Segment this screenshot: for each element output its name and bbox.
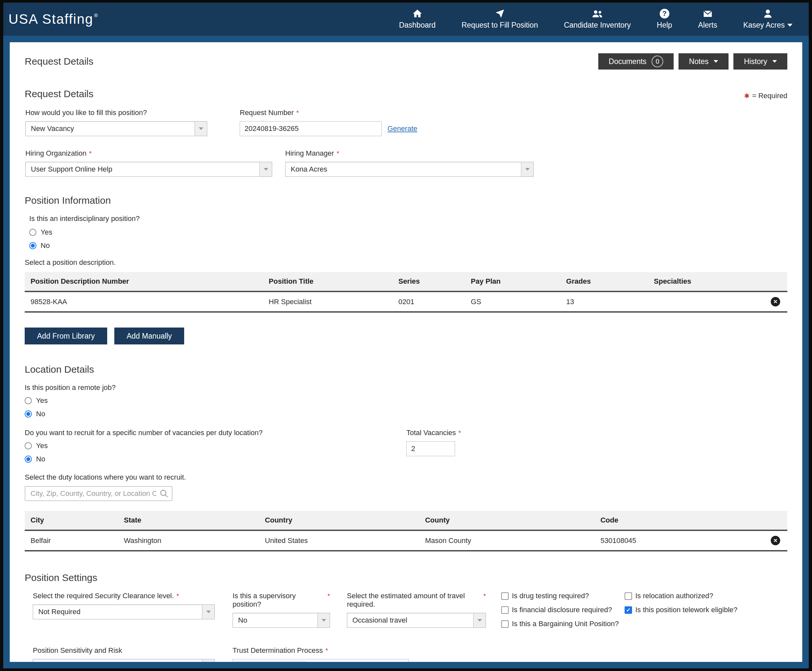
required-asterisk-icon: * xyxy=(296,109,299,117)
remove-row-icon[interactable]: ✕ xyxy=(771,297,780,307)
checkbox-unchecked-icon[interactable] xyxy=(501,593,509,600)
required-asterisk-icon: * xyxy=(328,593,330,600)
remove-row-icon[interactable]: ✕ xyxy=(771,536,780,545)
envelope-icon xyxy=(703,9,713,19)
fill-position-select[interactable]: New Vacancy xyxy=(25,121,207,136)
screen: USA Staffing ® Dashboard Request to Fill… xyxy=(0,0,812,671)
fill-position-label: How would you like to fill this position… xyxy=(25,109,207,117)
nav-dashboard[interactable]: Dashboard xyxy=(386,9,448,30)
checkbox-checked-icon[interactable]: ✓ xyxy=(625,606,632,614)
dropdown-arrow-icon xyxy=(260,162,272,176)
radio-unselected-icon[interactable] xyxy=(25,442,32,450)
financial-disclosure-checkbox[interactable]: Is financial disclosure required? xyxy=(501,606,625,614)
select-pd-label: Select a position description. xyxy=(25,258,787,267)
page-content: Request Details Documents 0 Notes Histor… xyxy=(10,42,802,662)
position-settings-heading: Position Settings xyxy=(25,572,787,583)
nav-label: Request to Fill Position xyxy=(462,21,538,30)
notes-button[interactable]: Notes xyxy=(678,53,729,70)
nav-label: Dashboard xyxy=(399,21,436,30)
hiring-manager-select[interactable]: Kona Acres xyxy=(285,162,533,177)
checkbox-label: Is financial disclosure required? xyxy=(512,606,612,614)
nav-help[interactable]: ? Help xyxy=(644,9,685,30)
trust-determination-multiselect[interactable]: ✕ Suitability/Fitness xyxy=(233,659,409,662)
travel-select[interactable]: Occasional travel xyxy=(347,613,486,628)
hiring-manager-value: Kona Acres xyxy=(285,165,328,174)
radio-selected-icon[interactable] xyxy=(29,242,36,249)
security-clearance-select[interactable]: Not Required xyxy=(33,605,215,619)
chevron-down-icon xyxy=(713,60,718,63)
documents-button[interactable]: Documents 0 xyxy=(598,53,674,70)
paper-plane-icon xyxy=(495,9,505,19)
nav-candidate-inventory[interactable]: Candidate Inventory xyxy=(551,9,644,30)
sensitivity-risk-select[interactable]: Noncritical-Sensitive (NCS)/Moderate Ris… xyxy=(33,659,215,662)
duty-location-search-input[interactable] xyxy=(25,486,172,501)
nav-alerts[interactable]: Alerts xyxy=(685,9,730,30)
bargaining-unit-checkbox[interactable]: Is this a Bargaining Unit Position? xyxy=(501,620,625,628)
vacancies-per-location-question: Do you want to recruit for a specific nu… xyxy=(25,429,406,437)
request-number-input[interactable] xyxy=(240,121,382,136)
chevron-down-icon xyxy=(772,60,777,63)
grades-cell: 13 xyxy=(566,291,654,312)
dropdown-arrow-icon xyxy=(317,613,330,627)
drug-testing-checkbox[interactable]: Is drug testing required? xyxy=(501,592,625,600)
vacancies-no-option[interactable]: No xyxy=(25,455,406,463)
code-cell: 530108045 xyxy=(601,530,768,551)
generate-link[interactable]: Generate xyxy=(387,124,417,133)
relocation-authorized-checkbox[interactable]: Is relocation authorized? xyxy=(625,592,737,600)
supervisory-label: Is this a supervisory position? * xyxy=(233,592,330,609)
trust-tag: ✕ Suitability/Fitness xyxy=(234,661,305,662)
add-from-library-button[interactable]: Add From Library xyxy=(25,327,107,344)
required-legend-text: = Required xyxy=(752,92,787,100)
history-button[interactable]: History xyxy=(734,53,787,70)
users-icon xyxy=(591,9,603,19)
radio-label: Yes xyxy=(41,228,52,237)
interdisciplinary-no-option[interactable]: No xyxy=(29,242,787,250)
hiring-organization-select[interactable]: User Support Online Help xyxy=(25,162,272,177)
checkbox-label: Is drug testing required? xyxy=(512,592,589,600)
vacancies-yes-option[interactable]: Yes xyxy=(25,441,406,450)
total-vacancies-input[interactable] xyxy=(406,441,455,456)
nav-items: Dashboard Request to Fill Position Candi… xyxy=(386,9,793,30)
column-header: Pay Plan xyxy=(471,272,566,291)
top-navbar: USA Staffing ® Dashboard Request to Fill… xyxy=(3,3,809,36)
supervisory-select[interactable]: No xyxy=(233,613,330,628)
position-information-heading: Position Information xyxy=(25,195,787,206)
radio-unselected-icon[interactable] xyxy=(25,397,32,404)
radio-label: No xyxy=(36,410,45,418)
nav-request-to-fill-position[interactable]: Request to Fill Position xyxy=(448,9,551,30)
telework-eligible-checkbox[interactable]: ✓ Is this position telework eligible? xyxy=(625,606,737,614)
city-cell: Belfair xyxy=(25,530,124,551)
add-manually-button[interactable]: Add Manually xyxy=(114,327,184,344)
dropdown-arrow-icon xyxy=(202,659,214,662)
remote-yes-option[interactable]: Yes xyxy=(25,397,787,405)
interdisciplinary-yes-option[interactable]: Yes xyxy=(29,228,787,237)
column-header: Series xyxy=(399,272,471,291)
duty-location-search xyxy=(25,486,172,501)
column-header: Code xyxy=(601,511,768,530)
search-icon xyxy=(160,489,168,499)
fill-position-value: New Vacancy xyxy=(25,124,74,133)
brand-logo[interactable]: USA Staffing ® xyxy=(8,11,99,27)
column-header: Position Description Number xyxy=(25,272,268,291)
required-asterisk-icon: * xyxy=(177,593,179,600)
checkbox-unchecked-icon[interactable] xyxy=(501,606,509,614)
nav-user-menu[interactable]: Kasey Acres xyxy=(730,9,793,30)
column-header: County xyxy=(425,511,601,530)
country-cell: United States xyxy=(265,530,425,551)
duty-locations-table: City State Country County Code Belfair W… xyxy=(25,511,787,552)
travel-value: Occasional travel xyxy=(347,616,407,625)
hiring-manager-label: Hiring Manager * xyxy=(285,149,533,158)
dropdown-arrow-icon xyxy=(195,121,207,136)
radio-unselected-icon[interactable] xyxy=(29,229,36,236)
checkbox-unchecked-icon[interactable] xyxy=(625,593,632,600)
remote-no-option[interactable]: No xyxy=(25,410,787,418)
user-name: Kasey Acres xyxy=(743,21,785,30)
checkbox-unchecked-icon[interactable] xyxy=(501,620,509,628)
table-row: 98528-KAA HR Specialist 0201 GS 13 ✕ xyxy=(25,291,787,312)
series-cell: 0201 xyxy=(399,291,471,312)
checkbox-label: Is this position telework eligible? xyxy=(635,606,737,614)
location-details-section: Location Details Is this position a remo… xyxy=(25,344,787,552)
required-asterisk-icon: * xyxy=(89,150,92,157)
radio-selected-icon[interactable] xyxy=(25,456,32,463)
radio-selected-icon[interactable] xyxy=(25,410,32,417)
